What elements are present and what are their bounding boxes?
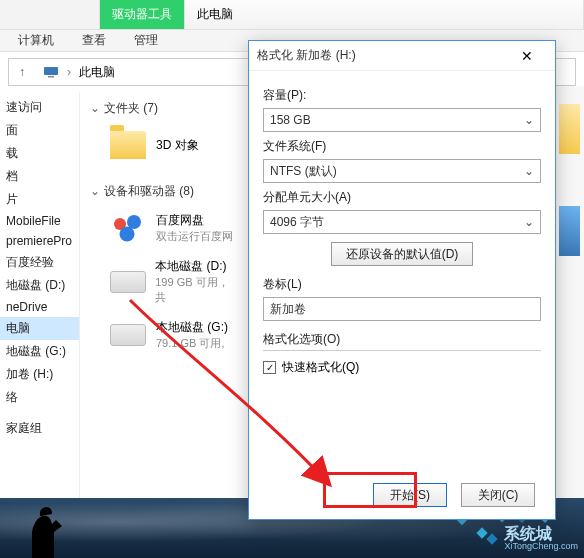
chevron-down-icon: ⌄ [524, 113, 534, 127]
device-item-drive-g[interactable]: 本地磁盘 (G:)79.1 GB 可用, [108, 315, 238, 355]
device-desc: 199 GB 可用，共 [155, 275, 238, 305]
start-button[interactable]: 开始(S) [373, 483, 447, 507]
sidebar-item[interactable]: 电脑 [0, 317, 79, 340]
folder-item[interactable]: 3D 对象 [108, 125, 238, 165]
pc-icon [43, 64, 59, 80]
folder-label: 3D 对象 [156, 137, 199, 154]
volume-label-value: 新加卷 [270, 301, 306, 318]
dialog-body: 容量(P): 158 GB⌄ 文件系统(F) NTFS (默认)⌄ 分配单元大小… [249, 71, 555, 390]
device-label: 百度网盘 [156, 212, 233, 229]
dialog-title-text: 格式化 新加卷 (H:) [257, 47, 507, 64]
capacity-value: 158 GB [270, 113, 311, 127]
sidebar-item[interactable]: premierePro [0, 231, 79, 251]
sidebar-item[interactable]: 家庭组 [0, 417, 79, 440]
ribbon-tab-drive-tools[interactable]: 驱动器工具 [100, 0, 185, 29]
drive-icon [110, 271, 146, 293]
ribbon-spacer [0, 0, 100, 29]
crumb-this-pc[interactable]: 此电脑 [35, 64, 123, 81]
restore-defaults-button[interactable]: 还原设备的默认值(D) [331, 242, 474, 266]
quick-format-checkbox[interactable]: ✓ 快速格式化(Q) [263, 359, 541, 376]
ribbon-title: 此电脑 [185, 0, 584, 29]
menu-manage[interactable]: 管理 [120, 30, 172, 51]
watermark-logo-icon [476, 527, 498, 549]
baidu-icon [108, 208, 148, 248]
sidebar-item[interactable]: MobileFile [0, 211, 79, 231]
sidebar-item[interactable]: neDrive [0, 297, 79, 317]
device-label: 本地磁盘 (G:) [156, 319, 228, 336]
menu-computer[interactable]: 计算机 [4, 30, 68, 51]
allocation-label: 分配单元大小(A) [263, 189, 541, 206]
ribbon: 驱动器工具 此电脑 [0, 0, 584, 30]
format-options-label: 格式化选项(O) [263, 331, 541, 348]
crumb-text: 此电脑 [79, 64, 115, 81]
watermark: 系统城 XiTongCheng.com [476, 525, 578, 552]
chevron-down-icon: ⌄ [524, 215, 534, 229]
filesystem-label: 文件系统(F) [263, 138, 541, 155]
checkbox-icon: ✓ [263, 361, 276, 374]
folder-icon [110, 131, 146, 159]
dialog-titlebar: 格式化 新加卷 (H:) ✕ [249, 41, 555, 71]
ribbon-title-text: 此电脑 [197, 6, 233, 23]
capacity-label: 容量(P): [263, 87, 541, 104]
allocation-select[interactable]: 4096 字节⌄ [263, 210, 541, 234]
device-desc: 双击运行百度网 [156, 229, 233, 244]
quick-format-label: 快速格式化(Q) [282, 359, 359, 376]
drive-icon [110, 324, 146, 346]
device-item-baidu[interactable]: 百度网盘双击运行百度网 [108, 208, 238, 248]
filesystem-select[interactable]: NTFS (默认)⌄ [263, 159, 541, 183]
sidebar-item[interactable]: 面 [0, 119, 79, 142]
close-icon[interactable]: ✕ [507, 48, 547, 64]
sidebar-item[interactable]: 档 [0, 165, 79, 188]
svg-rect-0 [44, 67, 58, 75]
watermark-url: XiTongCheng.com [504, 542, 578, 552]
device-label: 本地磁盘 (D:) [155, 258, 238, 275]
volume-label-label: 卷标(L) [263, 276, 541, 293]
close-button[interactable]: 关闭(C) [461, 483, 535, 507]
chevron-down-icon: ⌄ [524, 164, 534, 178]
sidebar-item[interactable]: 速访问 [0, 96, 79, 119]
preview-stripe [554, 86, 584, 498]
nav-up-icon[interactable]: ↑ [9, 59, 35, 85]
watermark-text: 系统城 [504, 525, 578, 543]
sidebar-item[interactable]: 加卷 (H:) [0, 363, 79, 386]
capacity-select[interactable]: 158 GB⌄ [263, 108, 541, 132]
filesystem-value: NTFS (默认) [270, 163, 337, 180]
dialog-buttons: 开始(S) 关闭(C) [249, 483, 555, 507]
format-dialog: 格式化 新加卷 (H:) ✕ 容量(P): 158 GB⌄ 文件系统(F) NT… [248, 40, 556, 520]
volume-label-input[interactable]: 新加卷 [263, 297, 541, 321]
silhouette-icon [12, 502, 72, 558]
nav-sidebar: 速访问 面 载 档 片 MobileFile premierePro 百度经验 … [0, 92, 80, 530]
sidebar-item[interactable]: 地磁盘 (G:) [0, 340, 79, 363]
svg-rect-1 [48, 76, 54, 78]
sidebar-item[interactable]: 地磁盘 (D:) [0, 274, 79, 297]
device-item-drive-d[interactable]: 本地磁盘 (D:)199 GB 可用，共 [108, 258, 238, 305]
sidebar-item[interactable]: 片 [0, 188, 79, 211]
device-desc: 79.1 GB 可用, [156, 336, 228, 351]
menu-view[interactable]: 查看 [68, 30, 120, 51]
svg-point-4 [120, 227, 135, 242]
format-options-group: ✓ 快速格式化(Q) [263, 350, 541, 380]
svg-rect-6 [487, 534, 498, 545]
svg-rect-5 [477, 528, 488, 539]
ribbon-tab-label: 驱动器工具 [112, 6, 172, 23]
sidebar-item[interactable]: 络 [0, 386, 79, 409]
allocation-value: 4096 字节 [270, 214, 324, 231]
sidebar-item[interactable]: 百度经验 [0, 251, 79, 274]
sidebar-item[interactable]: 载 [0, 142, 79, 165]
